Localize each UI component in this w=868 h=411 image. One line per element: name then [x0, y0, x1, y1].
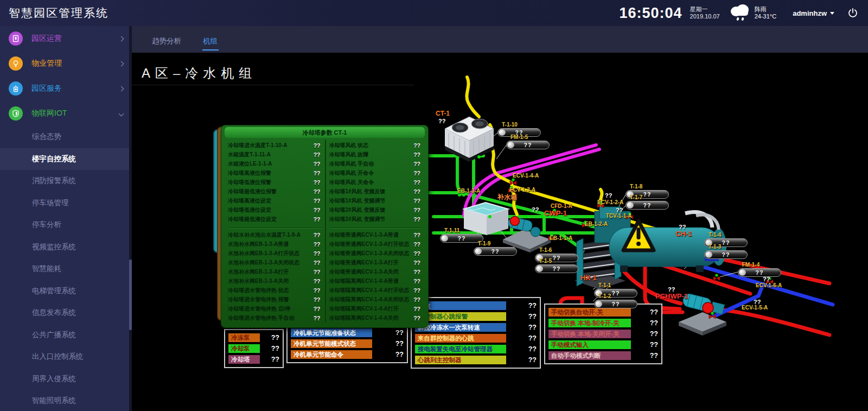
row-label-chip: 冷却塔: [228, 355, 260, 364]
param-row: 冷却塔隔离阀ECV-1-4-A打开状态 ??: [329, 286, 423, 295]
row-label-chip: 接电装置失电至冷站管理器: [415, 345, 506, 353]
sidebar-subitem[interactable]: 智能照明系统: [0, 390, 132, 411]
param-value: ??: [413, 207, 423, 213]
sidebar-subitem[interactable]: 楼宇自控系统: [0, 148, 132, 170]
param-label: 冷却塔超低液位设定: [228, 216, 277, 223]
row-value: ??: [390, 340, 404, 347]
row-label-chip: 手动切换 本地-关闭开-关: [548, 330, 631, 338]
active-tab-underline: [202, 49, 219, 50]
param-label: 冷却塔旁通阀ECV-1-3-A打开: [329, 259, 399, 267]
sidebar-section[interactable]: 园区运营: [0, 26, 132, 51]
sidebar-subitem[interactable]: 信息发布系统: [0, 302, 132, 324]
param-label: 冷却塔旁通阀ECV-1-3-A关闭状态: [329, 250, 410, 257]
param-label: 冷却塔旁通阀ECV-1-3-A关闭: [329, 268, 399, 276]
sidebar-sections: 园区运营 物业管理: [0, 26, 132, 126]
param-value: ??: [314, 161, 323, 167]
param-row: 冷却水补水池出水温度T-1-9-A ??: [228, 230, 323, 239]
param-label: 水池补水阀EB-1-3-A关闭: [228, 277, 289, 285]
param-label: 冷却水补水池出水温度T-1-9-A: [228, 231, 301, 239]
sidebar-subitem[interactable]: 综合态势: [0, 126, 132, 148]
param-value: ??: [413, 179, 423, 186]
param-value: ??: [314, 315, 323, 321]
subitem-label: 智慧能耗: [32, 264, 61, 274]
unit-energy-table: 冷机单元节能准备状态 ?? 冷机单元节能模式状态 ?? 冷机单元节能命令 ??: [286, 324, 408, 363]
sidebar-section[interactable]: 物业管理: [0, 51, 132, 76]
param-label: 冷却塔2#风机 变频反馈: [329, 206, 386, 214]
row-value: ??: [266, 345, 279, 352]
param-label: 冷却塔隔离阀ECV-1-4-A旁通: [329, 277, 399, 285]
param-row: 冷却塔进水管电伴热 报警 ??: [228, 295, 323, 304]
section-label: 园区运营: [31, 34, 62, 43]
subitem-label: 电梯管理系统: [32, 286, 76, 296]
row-label-chip: 主控制器心跳报警: [415, 312, 506, 321]
param-value: ??: [314, 269, 323, 275]
section-icon-circle: [9, 81, 23, 96]
param-row: 冷却塔进水管电伴热 启/停 ??: [228, 304, 323, 313]
sidebar-subitem[interactable]: 公共广播系统: [0, 324, 132, 346]
table-row: 手动模式输入 ??: [548, 339, 658, 350]
param-row: 水池补水阀EB-1-3-A打开 ??: [228, 267, 323, 276]
sidebar-subitem[interactable]: 周界入侵系统: [0, 368, 132, 390]
param-label: 水池补水阀EB-1-3-A关闭状态: [228, 259, 299, 267]
param-value: ??: [413, 278, 423, 284]
subitem-label: 楼宇自控系统: [32, 154, 76, 164]
row-label-chip: 复位: [415, 301, 506, 310]
tab[interactable]: 趋势分析: [151, 36, 182, 53]
row-label-chip: 心跳到主控制器: [415, 356, 506, 364]
param-value: ??: [413, 287, 423, 294]
clock: 16:50:04: [620, 5, 682, 22]
app-title: 智慧园区管理系统: [0, 5, 108, 21]
sidebar-subitem[interactable]: 停车场管理: [0, 192, 132, 214]
subitem-label: 综合态势: [32, 132, 61, 142]
temp-range: 24-31°C: [755, 13, 776, 20]
sidebar-subitem[interactable]: 视频监控系统: [0, 236, 132, 258]
sidebar-subitem[interactable]: 停车分析: [0, 214, 132, 236]
row-value: ??: [644, 308, 658, 316]
bulb-icon: [12, 60, 20, 67]
weather-desc: 阵雨: [755, 6, 776, 13]
title-divider: [132, 85, 414, 85]
table-row: 冷机单元节能准备状态 ??: [291, 327, 404, 338]
param-value: ??: [413, 232, 423, 238]
user-menu[interactable]: adminhzw: [793, 9, 834, 17]
makeup-water-tank: [464, 203, 508, 235]
param-row: 冷却塔1#风机 变频调节 ??: [329, 196, 423, 205]
param-value: ??: [413, 296, 423, 303]
sidebar-section[interactable]: 物联网IOT: [0, 101, 132, 126]
subitem-label: 周界入侵系统: [32, 374, 76, 384]
section-label: 物业管理: [31, 59, 62, 68]
table-row: 冷冻泵 ??: [228, 332, 279, 343]
param-value: ??: [413, 161, 423, 167]
rain-cloud-icon: [727, 3, 751, 23]
param-value: ??: [413, 198, 423, 204]
sidebar-subitem[interactable]: 电梯管理系统: [0, 280, 132, 302]
param-value: ??: [314, 188, 323, 195]
sidebar-subitem[interactable]: 智慧能耗: [0, 258, 132, 280]
param-row: 水池补水阀EB-1-3-A旁通 ??: [228, 239, 323, 249]
sidebar-section[interactable]: 园区服务: [0, 76, 132, 101]
param-label: 冷却塔风机 故障: [329, 151, 369, 159]
table-row: 心跳到主控制器 ??: [415, 355, 537, 365]
date-block: 星期一 2019.10.07: [690, 6, 720, 20]
tab[interactable]: 机组: [202, 36, 219, 53]
param-value: ??: [314, 296, 323, 303]
chevron-icon: [119, 86, 124, 91]
param-row: 水箱温度T-1-11-A ??: [228, 150, 323, 159]
subitem-label: 出入口控制系统: [32, 352, 84, 362]
section-divider: [330, 224, 422, 228]
row-value: ??: [390, 351, 404, 358]
sidebar-subitem[interactable]: 消防报警系统: [0, 170, 132, 192]
sidebar-subitem[interactable]: 出入口控制系统: [0, 346, 132, 368]
row-label-chip: 手动模式输入: [548, 340, 631, 349]
subitem-label: 公共广播系统: [32, 330, 76, 340]
param-value: ??: [413, 216, 423, 223]
param-label: 冷却塔进水管电伴热 手自动: [228, 314, 295, 322]
param-label: 水池补水阀EB-1-3-A旁通: [228, 241, 289, 248]
param-label: 冷却塔超低液位报警: [228, 188, 277, 195]
param-label: 水池补水阀EB-1-3-A打开: [228, 268, 289, 276]
header-right: 16:50:04 星期一 2019.10.07 阵雨 24: [620, 3, 868, 23]
power-button[interactable]: [847, 8, 858, 18]
param-label: 冷却塔高液位设定: [228, 197, 271, 205]
scada-canvas: A区–冷水机组: [132, 53, 868, 411]
top-header: 智慧园区管理系统 16:50:04 星期一 2019.10.07: [0, 0, 868, 26]
